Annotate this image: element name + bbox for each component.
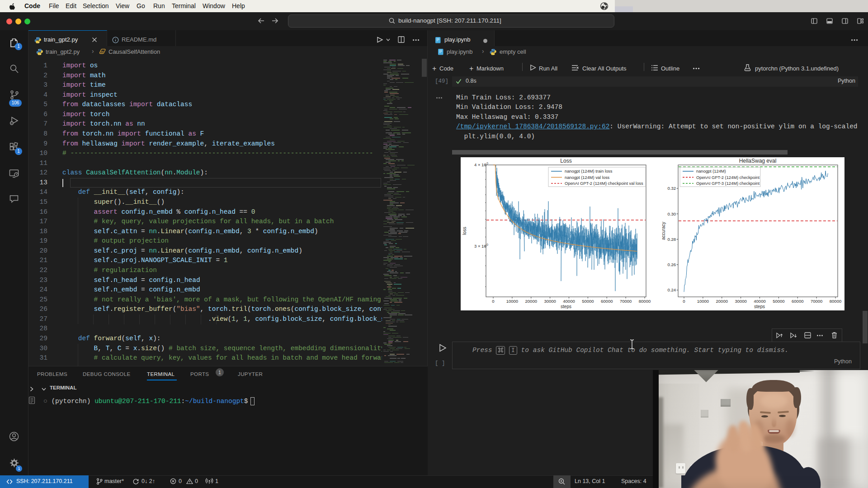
svg-text:nanogpt (124M): nanogpt (124M) [696, 169, 726, 174]
svg-text:70000: 70000 [811, 299, 822, 304]
svg-text:80000: 80000 [830, 299, 841, 304]
svg-text:30000: 30000 [735, 299, 746, 304]
svg-text:70000: 70000 [620, 299, 632, 304]
svg-text:loss: loss [462, 227, 467, 235]
svg-text:0: 0 [492, 299, 494, 304]
svg-text:50000: 50000 [582, 299, 594, 304]
svg-text:60000: 60000 [601, 299, 613, 304]
svg-text:60000: 60000 [792, 299, 803, 304]
svg-text:0.32: 0.32 [668, 186, 676, 191]
svg-text:80000: 80000 [639, 299, 651, 304]
svg-text:accuracy: accuracy [661, 222, 666, 240]
svg-text:0: 0 [683, 299, 685, 304]
svg-text:OpenAI GPT-3 (124M) checkpoint: OpenAI GPT-3 (124M) checkpoint [696, 181, 760, 186]
svg-text:0.30: 0.30 [668, 211, 676, 216]
svg-text:Loss: Loss [560, 158, 571, 164]
svg-text:steps: steps [561, 304, 571, 309]
svg-text:steps: steps [754, 304, 765, 309]
svg-text:0.28: 0.28 [668, 237, 676, 242]
svg-text:40000: 40000 [754, 299, 765, 304]
svg-text:0.24: 0.24 [668, 287, 676, 292]
svg-text:HellaSwag eval: HellaSwag eval [739, 158, 777, 164]
svg-text:30000: 30000 [544, 299, 556, 304]
svg-text:40000: 40000 [563, 299, 575, 304]
svg-text:3 × 100: 3 × 100 [474, 243, 488, 249]
svg-text:0.26: 0.26 [668, 262, 676, 267]
svg-text:4 × 100: 4 × 100 [474, 162, 488, 167]
svg-text:10000: 10000 [506, 299, 518, 304]
svg-text:20000: 20000 [525, 299, 537, 304]
svg-text:20000: 20000 [716, 299, 728, 304]
svg-text:nanogpt (124M) val loss: nanogpt (124M) val loss [565, 175, 610, 180]
svg-text:nanogpt (124M) train loss: nanogpt (124M) train loss [565, 169, 613, 174]
svg-text:10000: 10000 [697, 299, 709, 304]
svg-text:OpenAI GPT-2 (124M) checkpoint: OpenAI GPT-2 (124M) checkpoint [696, 175, 760, 180]
svg-text:50000: 50000 [773, 299, 784, 304]
svg-text:OpenAI GPT-2 (124M) checkpoint: OpenAI GPT-2 (124M) checkpoint val loss [565, 181, 643, 186]
